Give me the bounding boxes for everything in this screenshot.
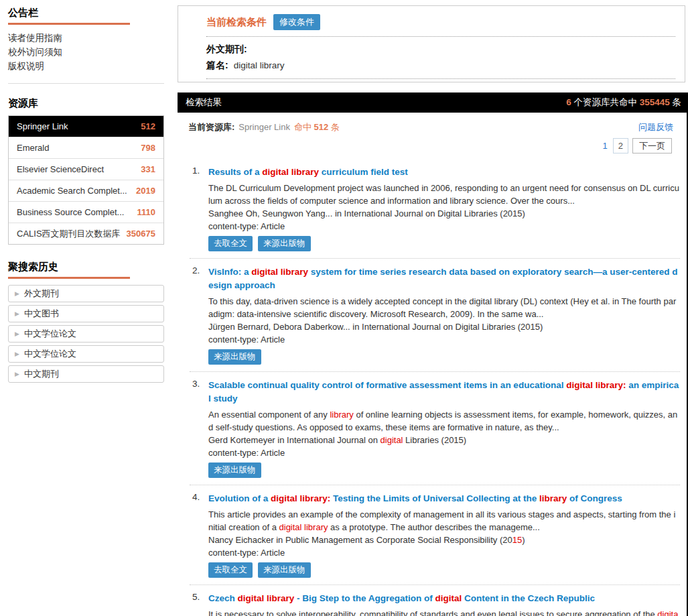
history-item[interactable]: ▶中文学位论文 [8, 325, 164, 343]
result-item: 5.Czech digital library - Big Step to th… [190, 585, 680, 616]
text-segment: Scalable continual quality control of fo… [208, 380, 566, 390]
history-title: 聚搜索历史 [8, 261, 130, 279]
hits-text: 个资源库共命中 [571, 97, 640, 107]
text-segment: Sanghee Oh, Seungwon Yang... in Internat… [208, 208, 525, 219]
text-segment: curriculum field test [319, 167, 408, 177]
result-number: 1. [192, 166, 200, 176]
announcements-title: 公告栏 [8, 7, 130, 25]
text-segment: Czech [208, 593, 238, 603]
result-content-type: content-type: Article [208, 546, 680, 559]
result-number: 3. [192, 379, 200, 389]
resource-item[interactable]: Emerald798 [9, 137, 163, 159]
resource-count: 1110 [137, 207, 156, 217]
source-publication-button[interactable]: 来源出版物 [258, 236, 311, 251]
resource-item[interactable]: Elsevier ScienceDirect331 [9, 159, 163, 180]
history-label: 中文学位论文 [24, 328, 76, 340]
result-title[interactable]: VisInfo: a digital library system for ti… [208, 265, 680, 292]
highlighted-term: digital [435, 593, 462, 603]
highlighted-term: digital [381, 435, 403, 445]
text-segment: as a prototype. The author describes the… [328, 522, 540, 532]
history-label: 中文图书 [24, 308, 59, 320]
highlighted-term: digital library [279, 522, 328, 532]
result-content-type: content-type: Article [208, 220, 680, 233]
get-fulltext-button[interactable]: 去取全文 [208, 562, 253, 578]
hit-count: 512 [314, 122, 329, 132]
triangle-icon: ▶ [15, 351, 19, 357]
source-publication-button[interactable]: 来源出版物 [258, 562, 311, 578]
highlighted-term: digital library: [271, 493, 330, 503]
history-item[interactable]: ▶中文期刊 [8, 365, 164, 383]
resource-count: 512 [141, 121, 155, 131]
resource-item[interactable]: Academic Search Complet...2019 [9, 180, 163, 202]
resource-count: 331 [141, 164, 155, 174]
resource-list: Springer Link512Emerald798Elsevier Scien… [8, 115, 164, 245]
text-segment: Nancy Eichacker in Public Management as … [208, 535, 512, 545]
announcement-links: 读者使用指南校外访问须知版权说明 [8, 31, 164, 73]
source-publication-button[interactable]: 来源出版物 [208, 349, 261, 365]
resource-name: Springer Link [17, 121, 68, 131]
result-buttons: 来源出版物 [208, 349, 680, 365]
resource-count: 2019 [136, 186, 155, 196]
announcement-link[interactable]: 校外访问须知 [8, 45, 164, 59]
next-page-button[interactable]: 下一页 [632, 138, 672, 153]
resource-name: Emerald [17, 143, 49, 153]
highlighted-term: digital library [251, 267, 308, 277]
db-count: 6 [566, 97, 571, 107]
page-2-button[interactable]: 2 [613, 138, 628, 153]
history-item[interactable]: ▶中文图书 [8, 305, 164, 322]
result-abstract: To this day, data-driven science is a wi… [208, 295, 680, 320]
results-panel: 当前资源库:Springer Link命中 512 条 问题反馈 12下一页 1… [178, 113, 688, 616]
sidebar-divider [8, 83, 164, 84]
resource-item[interactable]: Business Source Complet...1110 [9, 202, 163, 223]
result-title[interactable]: Results of a digital library curriculum … [208, 166, 680, 179]
current-source-name: Springer Link [238, 122, 290, 132]
text-segment: It is necessary to solve interoperabilit… [208, 609, 657, 616]
search-query-row: 篇名:digital library [206, 58, 675, 79]
highlighted-term: digital library: [566, 380, 626, 390]
history-item[interactable]: ▶中文学位论文 [8, 345, 164, 363]
total-hits: 355445 [640, 97, 670, 107]
modify-conditions-button[interactable]: 修改条件 [273, 14, 320, 30]
result-title[interactable]: Evolution of a digital library: Testing … [208, 492, 680, 505]
result-content-type: content-type: Article [208, 333, 680, 346]
resource-count: 798 [141, 143, 155, 153]
result-abstract: This article provides an example of the … [208, 508, 680, 534]
text-segment: ) [522, 535, 525, 545]
result-meta: Jürgen Bernard, Debora Daberkow... in In… [208, 320, 680, 333]
hits-unit: 条 [670, 97, 681, 107]
resource-count: 350675 [127, 229, 155, 239]
result-abstract: An essential component of any library of… [208, 408, 680, 434]
get-fulltext-button[interactable]: 去取全文 [208, 236, 253, 251]
current-source-info: 当前资源库:Springer Link命中 512 条 [188, 121, 340, 133]
total-hits-summary: 6 个资源库共命中 355445 条 [566, 97, 681, 109]
result-buttons: 来源出版物 [208, 463, 680, 478]
announcement-link[interactable]: 读者使用指南 [8, 31, 164, 45]
highlighted-term: library [539, 493, 567, 503]
resource-name: Academic Search Complet... [17, 186, 127, 196]
query-value: digital library [234, 60, 285, 70]
text-segment: The DL Curriculum Development project wa… [208, 183, 679, 206]
text-segment: To this day, data-driven science is a wi… [208, 296, 676, 319]
text-segment: Evolution of a [208, 493, 271, 503]
result-item: 1.Results of a digital library curriculu… [190, 159, 680, 259]
announcement-link[interactable]: 版权说明 [8, 59, 164, 73]
result-title[interactable]: Scalable continual quality control of fo… [208, 379, 680, 406]
result-content-type: content-type: Article [208, 446, 680, 459]
result-title[interactable]: Czech digital library - Big Step to the … [208, 592, 680, 605]
feedback-link[interactable]: 问题反馈 [638, 121, 673, 133]
condition-title: 当前检索条件 [206, 16, 267, 29]
history-item[interactable]: ▶外文期刊 [8, 285, 164, 302]
search-condition-panel: 当前检索条件 修改条件 外文期刊: 篇名:digital library [178, 5, 685, 82]
highlighted-term: library [330, 410, 353, 420]
result-meta: Gerd Kortemeyer in International Journal… [208, 434, 680, 446]
resource-item[interactable]: Springer Link512 [9, 116, 163, 137]
source-publication-button[interactable]: 来源出版物 [208, 463, 261, 478]
resource-name: CALIS西文期刊目次数据库 [17, 228, 121, 240]
condition-header: 当前检索条件 修改条件 [206, 14, 675, 37]
history-label: 中文期刊 [24, 368, 59, 380]
text-segment: - Big Step to the Aggregation of [294, 593, 435, 603]
resource-name: Elsevier ScienceDirect [17, 164, 104, 174]
resource-item[interactable]: CALIS西文期刊目次数据库350675 [9, 223, 163, 244]
text-segment: Gerd Kortemeyer in International Journal… [208, 435, 381, 445]
result-item: 4.Evolution of a digital library: Testin… [190, 485, 680, 585]
